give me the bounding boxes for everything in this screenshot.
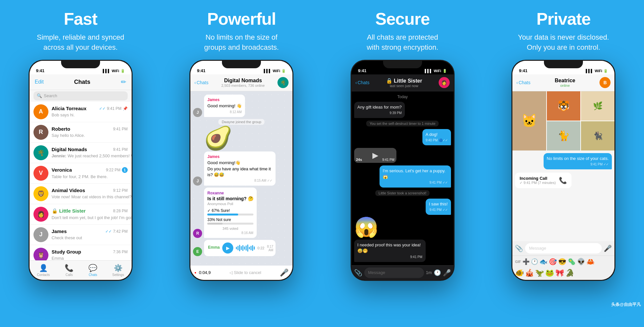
chat-preview-alicia: Bob says hi. bbox=[52, 112, 75, 117]
video-time: 9:41 PM bbox=[382, 158, 394, 162]
wb11 bbox=[252, 245, 253, 251]
sticker-crab: 🦀 bbox=[586, 258, 595, 266]
chat-item-roberto[interactable]: R Roberto 9:41 PM Say hello to Alice. bbox=[30, 122, 132, 143]
mic-icon-s[interactable]: 🎤 bbox=[443, 269, 451, 277]
time-gift: 9:39 PM bbox=[357, 111, 402, 115]
avatar-studygroup: 🦉 bbox=[33, 248, 48, 260]
video-thumb: ▶ 24s 9:41 PM bbox=[354, 148, 396, 163]
emoji-plus[interactable]: ➕ bbox=[522, 258, 530, 265]
tab-contacts[interactable]: 👤 Contacts bbox=[37, 264, 50, 277]
time-james-1: 8:12 AM bbox=[207, 110, 242, 114]
time-sawthis: 9:41 PM ✓✓ bbox=[429, 208, 448, 212]
sender-emma: Emma bbox=[208, 245, 220, 250]
chat-item-alicia[interactable]: A Alicia Torreaux ✓✓ 9:41 PM 📌 Bob says … bbox=[30, 102, 132, 122]
sticker-scared: 😱 bbox=[354, 217, 379, 237]
wb10 bbox=[251, 246, 251, 250]
private-messages: No limits on the size of your cats. 9:41… bbox=[512, 150, 614, 241]
tab-chats-label: Chats bbox=[89, 273, 97, 277]
sticker-s1: 🐠 bbox=[515, 269, 524, 277]
wb6 bbox=[244, 246, 245, 250]
tab-contacts-label: Contacts bbox=[37, 273, 50, 277]
tab-chats[interactable]: 💬 Chats bbox=[88, 264, 97, 277]
mini-avatar-emma: E bbox=[193, 247, 202, 256]
panel-secure-subtitle: All chats are protectedwith strong encry… bbox=[367, 33, 438, 53]
panel-fast-subtitle: Simple, reliable and syncedacross all yo… bbox=[37, 33, 124, 53]
mic-button[interactable]: 🎤 bbox=[280, 268, 289, 277]
msg-proof: I needed proof this was your idea! 😅🤭 9:… bbox=[354, 240, 426, 262]
poll-bubble: Roxanne Is it still morning? 🤔 Anonymous… bbox=[204, 188, 256, 238]
msg-voice: E Emma ▶ bbox=[193, 240, 290, 256]
voice-waveform bbox=[236, 244, 255, 252]
chat-name-studygroup: Study Group bbox=[52, 249, 81, 255]
attach-icon-s[interactable]: 📎 bbox=[354, 269, 362, 277]
avatar-littlesister: 👩 bbox=[33, 207, 48, 222]
input-area-secure: 📎 Message 1m 🕐 🎤 bbox=[352, 265, 454, 280]
signal-icon-pr: ▌▌▌ bbox=[586, 69, 593, 73]
chat-preview-littlesister: Don't tell mom yet, but I got the job! I… bbox=[52, 215, 132, 220]
emoji-clock[interactable]: 🕐 bbox=[531, 258, 538, 265]
mini-avatar-james: J bbox=[193, 108, 202, 117]
group-name-powerful: Digital Nomads bbox=[211, 78, 275, 84]
signal-icon-s: ▌▌▌ bbox=[425, 69, 432, 73]
time-proof: 9:41 PM bbox=[357, 255, 422, 259]
panel-fast: Fast Simple, reliable and syncedacross a… bbox=[0, 0, 161, 327]
tab-calls[interactable]: 📞 Calls bbox=[65, 264, 73, 277]
back-chevron-pr: ‹ bbox=[516, 80, 518, 85]
gif-label[interactable]: GIF bbox=[515, 260, 521, 264]
chat-name-veronica: Veronica bbox=[52, 167, 72, 173]
chat-time-james: 7:42 PM bbox=[113, 229, 128, 234]
message-input-secure[interactable]: Message bbox=[364, 268, 424, 278]
chat-item-james[interactable]: J James ✓✓ 7:42 PM Check these out bbox=[30, 225, 132, 245]
compose-button[interactable]: ✏ bbox=[121, 78, 126, 86]
search-input-fast[interactable]: 🔍 Search bbox=[33, 91, 128, 100]
tab-settings[interactable]: ⚙️ Settings bbox=[112, 264, 124, 277]
badge-veronica: 1 bbox=[122, 167, 128, 173]
attach-icon-pr[interactable]: 📎 bbox=[515, 244, 523, 252]
search-placeholder: Search bbox=[44, 93, 57, 98]
signal-icon: ▌▌▌ bbox=[103, 69, 110, 73]
wb7 bbox=[246, 245, 247, 251]
message-input-private[interactable]: Message bbox=[525, 243, 602, 254]
edit-button[interactable]: Edit bbox=[35, 79, 44, 85]
back-button-secure[interactable]: ‹ Chats bbox=[355, 80, 369, 85]
nav-bar-fast: Edit Chats ✏ bbox=[30, 74, 132, 90]
back-chevron-s: ‹ bbox=[355, 80, 357, 85]
system-screenshot: Little Sister took a screenshot! bbox=[375, 190, 430, 196]
chat-item-littlesister[interactable]: 👩 🔒 Little Sister 8:28 PM Don't tell mom… bbox=[30, 204, 132, 225]
back-button-private[interactable]: ‹ Chats bbox=[516, 80, 530, 85]
msg-sawthis: I saw this! 9:41 PM ✓✓ bbox=[426, 199, 451, 215]
back-label-s: Chats bbox=[357, 80, 369, 85]
sticker-sunglasses: 😎 bbox=[558, 258, 566, 266]
photo-grid: 🐱 🐯 🌿 🐈 🐈‍⬛ bbox=[512, 91, 614, 150]
photo-tiger: 🐯 bbox=[547, 91, 580, 121]
chat-info-littlesister: 🔒 Little Sister 8:28 PM Don't tell mom y… bbox=[52, 208, 128, 220]
timer-icon-s[interactable]: 1m bbox=[426, 270, 432, 275]
calls-icon: 📞 bbox=[65, 264, 73, 272]
panel-private-title: Private bbox=[536, 9, 590, 29]
sender-roxanne: Roxanne bbox=[207, 191, 253, 195]
photo-cat-2: 🐈 bbox=[547, 121, 580, 150]
settings-icon: ⚙️ bbox=[114, 264, 122, 272]
panel-secure-title: Secure bbox=[375, 9, 430, 29]
chat-item-veronica[interactable]: V Veronica 9:22 PM 1 Table for four, 2 P… bbox=[30, 163, 132, 184]
sticker-s6: 🐊 bbox=[565, 269, 574, 277]
rec-time: 0:04,9 bbox=[199, 270, 211, 275]
poll-option-sure: ✓ 67% Sure! bbox=[207, 208, 253, 216]
read-tick-alicia: ✓✓ bbox=[99, 106, 106, 111]
chat-time-littlesister: 8:28 PM bbox=[113, 209, 128, 213]
pin-icon-alicia: 📌 bbox=[123, 106, 128, 111]
chat-item-digitalnomads[interactable]: 🌴 Digital Nomads 9:41 PM Jennie: We just… bbox=[30, 143, 132, 163]
incoming-call: Incoming Call ✓ 9:41 PM (7 minutes) 📞 bbox=[515, 173, 572, 188]
chat-time-alicia: 9:41 PM bbox=[107, 106, 122, 111]
chat-item-animalvideos[interactable]: 🦁 Animal Videos 9:12 PM Vote now! Moar c… bbox=[30, 184, 132, 204]
chat-item-studygroup[interactable]: 🦉 Study Group 7:36 PM Emma bbox=[30, 245, 132, 260]
chat-info-roberto: Roberto 9:41 PM Say hello to Alice. bbox=[52, 126, 128, 138]
back-button-powerful[interactable]: ‹ Chats bbox=[194, 80, 208, 85]
avatar-roberto: R bbox=[33, 125, 48, 140]
sticker-s2: 🎪 bbox=[525, 269, 534, 277]
mic-icon-pr[interactable]: 🎤 bbox=[604, 244, 612, 252]
poll-time: 8:16 AM bbox=[207, 231, 253, 235]
private-chat-sub: online bbox=[533, 84, 597, 87]
play-button[interactable]: ▶ bbox=[222, 242, 233, 254]
back-label-pr: Chats bbox=[519, 80, 531, 85]
